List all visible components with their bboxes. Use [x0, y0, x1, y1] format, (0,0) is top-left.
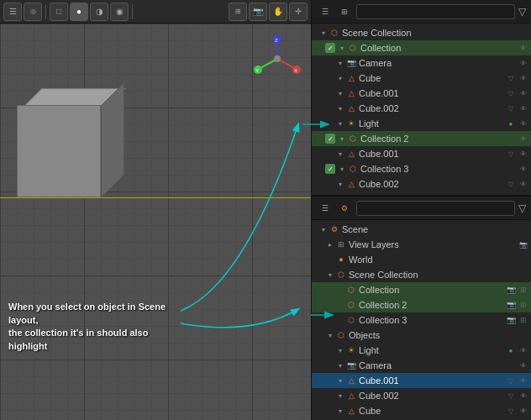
camera-icon-c2b[interactable]: 📷	[505, 299, 517, 311]
check-collection2[interactable]: ✓	[325, 134, 335, 144]
viewport-menu-btn[interactable]: ☰	[3, 3, 22, 21]
actions-collection: 👁	[518, 42, 531, 54]
arrow-scene-collection-b: ▾	[325, 270, 335, 280]
eye-icon-camera[interactable]: 👁	[518, 57, 529, 69]
check-collection[interactable]: ✓	[325, 43, 335, 53]
viewport-shading-material[interactable]: ◑	[90, 3, 108, 21]
tree-item-objects[interactable]: ▾ ⬡ Objects	[312, 328, 531, 343]
filter-icon-cube[interactable]: ▽	[505, 72, 517, 84]
tree-item-scene-collection[interactable]: ▾ ⬡ Scene Collection	[312, 25, 531, 40]
arrow-cube001: ▾	[335, 88, 345, 98]
icon-collection3-b: ⬡	[345, 314, 357, 326]
tree-item-world[interactable]: ▾ ● World	[312, 252, 531, 267]
icon-cube001-b: △	[345, 375, 357, 386]
eye-icon-collection[interactable]: 👁	[518, 42, 529, 54]
box-icon-c3b[interactable]: ⊞	[518, 314, 529, 326]
eye-icon-lb[interactable]: 👁	[518, 344, 529, 356]
icon-scene: ⚙	[329, 223, 340, 235]
actions-collection3-b: 📷 ⊞	[505, 314, 531, 326]
tree-item-collection-b[interactable]: ▾ ⬡ Collection 📷 ⊞	[312, 282, 531, 297]
tree-item-camera-b[interactable]: ▾ 📷 Camera 👁	[312, 358, 531, 373]
label-view-layers: View Layers	[349, 239, 518, 249]
tree-item-cube002[interactable]: ▾ △ Cube.002 ▽ 👁	[312, 101, 531, 116]
tree-item-collection3-b[interactable]: ▾ ⬡ Collection 3 📷 ⊞	[312, 312, 531, 328]
outliner-bottom-tree: ▾ ⚙ Scene ▸ ⊞ View Layers 📷 ▾ ● World	[312, 220, 531, 420]
tree-item-cube-b[interactable]: ▾ △ Cube ▽ 👁	[312, 403, 531, 418]
icon-scene-collection: ⬡	[329, 27, 340, 39]
filter-icon-cube001-c2[interactable]: ▽	[505, 148, 517, 160]
outliner-bottom-mode-btn[interactable]: ⚙	[336, 200, 353, 217]
tree-item-scene[interactable]: ▾ ⚙ Scene	[312, 222, 531, 237]
tree-item-light[interactable]: ▾ ☀ Light ● 👁	[312, 116, 531, 131]
eye-icon-cb2[interactable]: 👁	[518, 405, 529, 417]
tree-item-collection[interactable]: ✓ ▾ ⬡ Collection 👁	[312, 40, 531, 55]
actions-cube001-c2: ▽ 👁	[505, 148, 531, 160]
outliner-top: ☰ ⊞ ▽ ▾ ⬡ Scene Collection ✓ ▾ ⬡ Collect…	[311, 0, 531, 195]
outliner-top-tree: ▾ ⬡ Scene Collection ✓ ▾ ⬡ Collection 👁 …	[312, 24, 531, 195]
tree-item-cube001[interactable]: ▾ △ Cube.001 ▽ 👁	[312, 86, 531, 101]
filter-icon-cube002-c3[interactable]: ▽	[505, 178, 517, 190]
filter-icon-c002b[interactable]: ▽	[505, 390, 517, 402]
outliner-bottom-header: ☰ ⚙ ▽	[312, 197, 531, 220]
box-icon-c2b[interactable]: ⊞	[518, 299, 529, 311]
viewport-camera-btn[interactable]: 📷	[249, 3, 267, 21]
filter-icon-c001b[interactable]: ▽	[505, 375, 517, 386]
tree-item-cube002-c3[interactable]: ▾ △ Cube.002 ▽ 👁	[312, 176, 531, 192]
viewport-shading-render[interactable]: ◉	[110, 3, 129, 21]
label-collection: Collection	[360, 43, 518, 53]
eye-icon-collection3[interactable]: 👁	[518, 163, 529, 175]
tree-item-collection3[interactable]: ✓ ▾ ⬡ Collection 3 👁	[312, 161, 531, 176]
filter-icon-cube002[interactable]: ▽	[505, 102, 517, 114]
annotation-line2: the collection it's in should also highl…	[8, 328, 148, 350]
tree-item-cube[interactable]: ▾ △ Cube ▽ 👁	[312, 71, 531, 86]
viewport-shading-solid[interactable]: ●	[70, 3, 88, 21]
eye-icon-cube001-c2[interactable]: 👁	[518, 148, 529, 160]
tree-item-view-layers[interactable]: ▸ ⊞ View Layers 📷	[312, 237, 531, 252]
actions-cube002: ▽ 👁	[505, 102, 531, 114]
tree-item-light-b[interactable]: ▾ ☀ Light ● 👁	[312, 343, 531, 358]
render-icon-layers[interactable]: 📷	[518, 239, 529, 250]
outliner-bottom-filter-icon[interactable]: ▽	[518, 202, 526, 214]
eye-icon-cube002-c3[interactable]: 👁	[518, 178, 529, 190]
eye-icon-cube[interactable]: 👁	[518, 72, 529, 84]
outliner-top-filter-icon[interactable]: ▽	[518, 6, 526, 18]
eye-icon-c001b[interactable]: 👁	[518, 375, 529, 386]
camera-icon-b[interactable]: 📷	[505, 284, 517, 296]
eye-icon-c002b[interactable]: 👁	[518, 390, 529, 402]
label-cube001: Cube.001	[359, 88, 505, 98]
tree-item-cube002-b[interactable]: ▾ △ Cube.002 ▽ 👁	[312, 388, 531, 403]
tree-item-collection2[interactable]: ✓ ▾ ⬡ Collection 2 👁	[312, 131, 531, 146]
check-collection3[interactable]: ✓	[325, 164, 335, 174]
label-cube001-b: Cube.001	[359, 375, 505, 386]
outliner-top-search[interactable]	[356, 4, 515, 19]
icon-collection: ⬡	[347, 42, 359, 54]
filter-icon-cb[interactable]: ▽	[505, 405, 517, 417]
outliner-top-view-btn[interactable]: ☰	[317, 3, 334, 20]
outliner-top-mode-btn[interactable]: ⊞	[336, 3, 353, 20]
arrow-cube-b: ▾	[335, 406, 345, 416]
tree-item-cube001-b[interactable]: ▾ △ Cube.001 ▽ 👁	[312, 373, 531, 388]
outliner-bottom-view-btn[interactable]: ☰	[317, 200, 334, 217]
tree-item-cube001-c2[interactable]: ▾ △ Cube.001 ▽ 👁	[312, 146, 531, 161]
viewport-pan-btn[interactable]: ✋	[269, 3, 287, 21]
eye-icon-collection2[interactable]: 👁	[518, 133, 529, 144]
outliner-bottom-search[interactable]	[356, 201, 515, 216]
tree-item-scene-collection-b[interactable]: ▾ ⬡ Scene Collection	[312, 267, 531, 282]
icon-camera-b: 📷	[345, 360, 357, 371]
eye-icon-cube002[interactable]: 👁	[518, 102, 529, 114]
icon-view-layers: ⊞	[335, 239, 347, 250]
filter-icon-cube001[interactable]: ▽	[505, 87, 517, 99]
tree-item-camera[interactable]: ▾ 📷 Camera 👁	[312, 55, 531, 71]
eye-icon-light[interactable]: 👁	[518, 118, 529, 129]
viewport-overlay-btn[interactable]: ⊞	[229, 3, 247, 21]
viewport-mode-btn[interactable]: ◎	[24, 3, 42, 21]
viewport-shading-wireframe[interactable]: □	[50, 3, 68, 21]
eye-icon-cube001[interactable]: 👁	[518, 87, 529, 99]
label-cube: Cube	[359, 73, 505, 83]
box-icon-b[interactable]: ⊞	[518, 284, 529, 296]
viewport-transform-btn[interactable]: ✛	[289, 3, 308, 21]
actions-cube: ▽ 👁	[505, 72, 531, 84]
tree-item-collection2-b[interactable]: ▾ ⬡ Collection 2 📷 ⊞	[312, 297, 531, 312]
eye-icon-cb[interactable]: 👁	[518, 360, 529, 371]
camera-icon-c3b[interactable]: 📷	[505, 314, 517, 326]
